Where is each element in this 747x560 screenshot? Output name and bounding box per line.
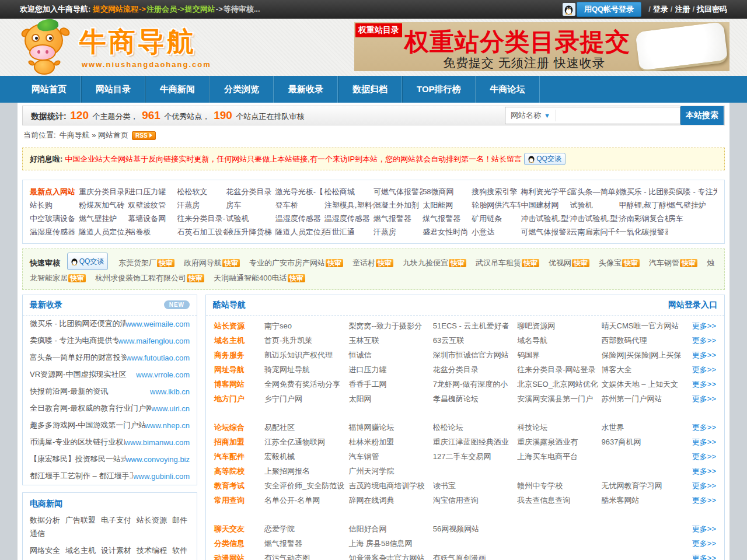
site-link[interactable]: 站长购 <box>30 198 79 212</box>
site-link[interactable]: 燃气壁挂炉 <box>79 212 128 225</box>
site-link[interactable]: 登车桥 <box>275 198 324 212</box>
site-link[interactable]: 9637商机网 <box>602 437 686 447</box>
site-link[interactable]: 温湿度传感器， <box>275 212 324 225</box>
site-link[interactable]: 127二手车交易网 <box>433 452 517 462</box>
site-link[interactable]: 有污气动态图 <box>264 553 348 560</box>
category-label-link[interactable]: 商务服务 <box>214 350 264 360</box>
breadcrumb-path[interactable]: 牛商导航 » 网站首页 <box>60 130 128 141</box>
site-link[interactable]: 西部数码代理 <box>602 335 686 346</box>
site-link[interactable]: 童话村 <box>352 258 375 267</box>
site-link[interactable]: 燃气壁挂炉 <box>668 198 717 212</box>
site-link[interactable]: 试验机 <box>226 212 275 225</box>
site-link[interactable]: 太阳能网 <box>423 198 472 212</box>
more-link[interactable]: 更多>> <box>686 481 716 491</box>
nav-item[interactable]: 最新收录 <box>274 76 338 103</box>
site-link[interactable]: 梅利资光学平台 <box>521 185 570 198</box>
site-link[interactable]: 混凝土外加剂 <box>374 198 423 212</box>
fast-review-item[interactable]: 九块九捡便宜快审 <box>403 258 466 267</box>
fast-review-badge[interactable]: 快审 <box>326 259 343 267</box>
qq-login-label[interactable]: 用QQ帐号登录 <box>577 2 641 17</box>
site-name-link[interactable]: 币满屋-专业的区块链行业权威的 <box>30 437 125 447</box>
nav-item[interactable]: 网站首页 <box>18 76 81 103</box>
site-url-link[interactable]: www.ikib.cn <box>150 387 190 396</box>
site-link[interactable]: 花盆分类目录 <box>226 185 275 198</box>
category-label-link[interactable]: 分类信息 <box>214 538 264 549</box>
site-name-link[interactable]: 【康宏移民】投资移民一站式服务 <box>30 454 125 464</box>
site-url-link[interactable]: www.gubinli.com <box>133 472 190 481</box>
site-link[interactable]: 酷米客网站 <box>602 495 686 506</box>
site-link[interactable]: 杭州求俊装饰工程有限公司 <box>95 274 186 282</box>
category-label-link[interactable]: 动漫网站 <box>214 553 264 560</box>
fast-review-item[interactable]: 天润融通智能400电话快审 <box>214 274 305 282</box>
site-link[interactable]: 文娱体天地 – 上知天文 <box>602 379 686 390</box>
site-link[interactable]: 无忧网教育学习网 <box>602 481 686 491</box>
nav-item[interactable]: 牛商新闻 <box>145 76 210 103</box>
rss-badge[interactable]: RSS <box>132 131 156 140</box>
site-link[interactable]: 江苏全亿通物联网 <box>264 437 348 447</box>
category-label-link[interactable]: 博客网站 <box>214 379 264 390</box>
site-link[interactable]: 松松商城 <box>324 185 374 198</box>
site-link[interactable]: 富头条—简单好 <box>570 185 619 198</box>
site-link[interactable]: 煤气报警器 <box>423 212 472 225</box>
site-link[interactable]: 上海买车电商平台 <box>517 452 601 462</box>
site-link[interactable]: 试验机 <box>570 198 619 212</box>
site-link[interactable]: 汗蒸房 <box>177 198 226 212</box>
site-link[interactable]: 粉煤灰加气砖 <box>79 198 128 212</box>
fast-review-item[interactable]: 优视网快审 <box>549 258 589 267</box>
site-link[interactable]: 一氧化碳报警器 <box>619 225 668 239</box>
site-name-link[interactable]: 都江堰手工艺制作 – 都江堰手工艺 <box>30 471 133 481</box>
site-link[interactable]: 优视网 <box>549 258 571 267</box>
site-link[interactable]: 63云互联 <box>433 335 517 346</box>
site-name-link[interactable]: 微买乐 - 比团购网还便宜的清货批 <box>30 318 125 329</box>
fast-review-item[interactable]: 东莞货架厂快审 <box>118 258 174 267</box>
site-link[interactable]: 可燃气体报警器 <box>374 185 423 198</box>
category-label-link[interactable]: 域名主机 <box>214 335 264 346</box>
site-link[interactable]: 全网免费有奖活动分享 <box>264 379 348 390</box>
site-url-link[interactable]: www.bimanwu.com <box>125 438 190 447</box>
site-link[interactable]: 注塑模具,塑料件 <box>324 198 374 212</box>
fast-review-badge[interactable]: 快审 <box>572 259 589 267</box>
site-link[interactable]: 温湿度传感器， <box>30 225 79 239</box>
site-link[interactable]: 汗蒸房 <box>374 225 423 239</box>
fast-review-item[interactable]: 童话村快审 <box>352 258 393 267</box>
fast-review-badge[interactable]: 快审 <box>157 259 174 267</box>
site-link[interactable]: 钨国界 <box>517 350 601 360</box>
more-link[interactable]: 更多>> <box>686 350 716 360</box>
auth-link[interactable]: 找回密码 <box>697 5 727 13</box>
site-link[interactable]: 往来分类目录- <box>177 212 226 225</box>
site-link[interactable]: 有妖气原创漫画 <box>433 553 517 560</box>
site-link[interactable]: 微买乐 - 比团购 <box>619 185 668 198</box>
category-label-link[interactable]: 地方门户 <box>214 394 264 404</box>
category-link[interactable]: 广告联盟 <box>65 516 96 524</box>
site-link[interactable]: 重庆分类目录网 <box>79 185 128 198</box>
site-link[interactable]: 乡宁门户网 <box>264 394 348 404</box>
nav-item[interactable]: 网站目录 <box>81 76 145 103</box>
submit-step[interactable]: 提交网站流程 <box>93 5 138 13</box>
site-link[interactable]: 汽车钢管 <box>649 258 679 267</box>
site-link[interactable]: 梨窝窝--致力于摄影分 <box>348 321 432 331</box>
site-link[interactable]: 往来分类目录-网站登录 <box>517 365 601 375</box>
site-link[interactable]: 南宁seo <box>264 321 348 331</box>
site-link[interactable]: 进口压力罐 <box>128 185 177 198</box>
more-link[interactable]: 更多>> <box>686 466 716 477</box>
site-link[interactable]: 甲醇锂,叔丁醇锂 <box>619 198 668 212</box>
site-link[interactable]: 政府网导航 <box>184 258 222 267</box>
site-link[interactable]: 铝卷板 <box>128 225 177 239</box>
site-login-entry-link[interactable]: 网站登录入口 <box>668 300 717 310</box>
site-name-link[interactable]: 全日教育网-最权威的教育行业门户网站 <box>30 403 151 414</box>
fast-review-badge[interactable]: 快审 <box>449 259 466 267</box>
nav-item[interactable]: 分类浏览 <box>210 76 274 103</box>
site-name-link[interactable]: VR资源网-中国虚拟现实社区 <box>30 369 136 380</box>
site-link[interactable]: 淘宝信用查询 <box>433 495 517 506</box>
site-link[interactable]: 松松论坛 <box>433 422 517 433</box>
site-link[interactable]: 广州天河学院 <box>348 466 432 477</box>
site-link[interactable]: 我去查信息查询 <box>517 495 601 506</box>
site-name-link[interactable]: 趣多多游戏网-中国游戏第一门户站 <box>30 420 145 430</box>
more-link[interactable]: 更多>> <box>686 495 716 506</box>
site-link[interactable]: 51ECS - 云主机爱好者 <box>433 321 517 331</box>
site-link[interactable]: 桂林米粉加盟 <box>348 437 432 447</box>
category-label-link[interactable]: 常用查询 <box>214 495 264 506</box>
category-link[interactable]: 数据分析 <box>30 516 60 524</box>
category-label-link[interactable]: 聊天交友 <box>214 524 264 534</box>
site-link[interactable]: 博客大全 <box>602 365 686 375</box>
